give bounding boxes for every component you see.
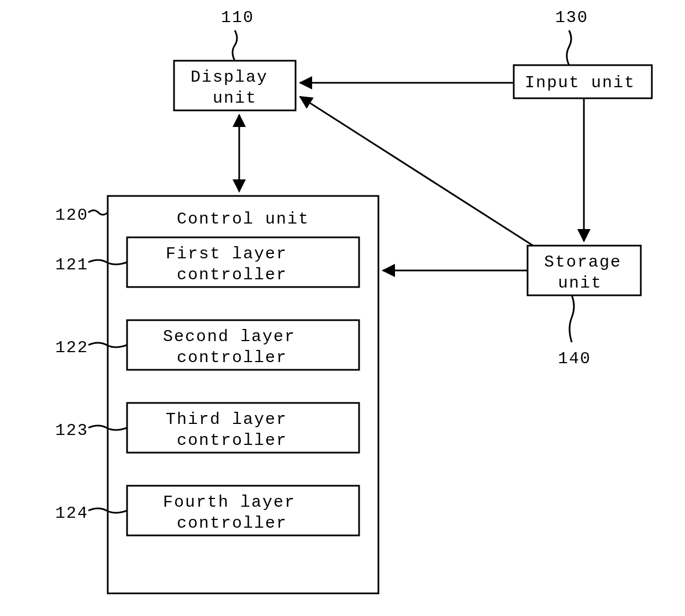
first-layer-label-1: First layer	[166, 245, 287, 263]
ref-124: 124	[55, 504, 88, 523]
storage-unit-label-2: unit	[558, 274, 602, 293]
ref-130: 130	[555, 8, 588, 27]
fourth-layer-label-1: Fourth layer	[163, 493, 296, 512]
fourth-layer-label-2: controller	[177, 514, 287, 533]
input-unit-label: Input unit	[525, 73, 635, 92]
control-unit-title: Control unit	[177, 210, 309, 229]
ref-110: 110	[221, 8, 254, 27]
block-diagram: Display unit Input unit Storage unit Con…	[0, 0, 685, 616]
ref-140: 140	[558, 349, 591, 368]
ref-120: 120	[55, 206, 88, 225]
ref-140-leader	[570, 295, 574, 342]
ref-110-leader	[233, 30, 237, 61]
third-layer-label-1: Third layer	[166, 410, 287, 429]
display-unit-label-1: Display	[191, 68, 268, 87]
display-unit-label-2: unit	[213, 89, 257, 108]
ref-122: 122	[55, 338, 88, 357]
second-layer-label-2: controller	[177, 348, 287, 367]
second-layer-label-1: Second layer	[163, 327, 296, 346]
ref-120-leader	[88, 210, 108, 215]
storage-unit-label-1: Storage	[544, 253, 621, 272]
ref-130-leader	[567, 30, 571, 65]
ref-123: 123	[55, 421, 88, 440]
arrow-storage-to-display	[300, 97, 533, 246]
third-layer-label-2: controller	[177, 431, 287, 450]
first-layer-label-2: controller	[177, 265, 287, 284]
ref-121: 121	[55, 256, 88, 274]
